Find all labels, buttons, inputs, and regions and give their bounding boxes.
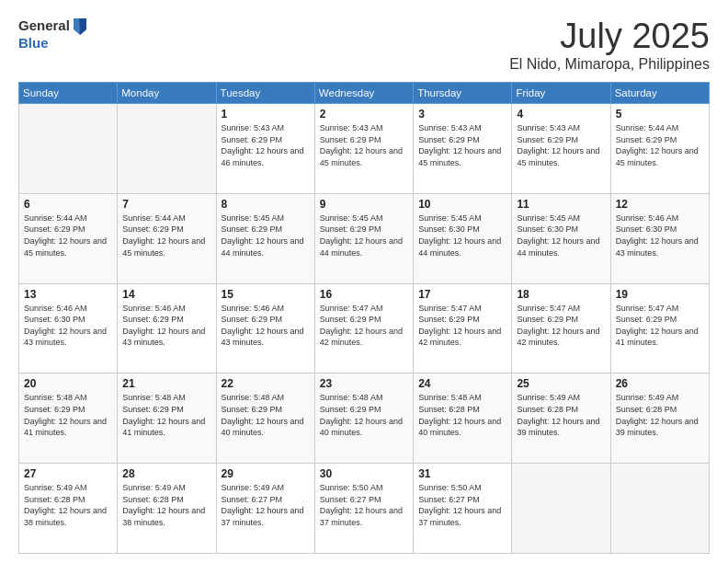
calendar-day-cell: 6Sunrise: 5:44 AM Sunset: 6:29 PM Daylig…	[19, 193, 118, 283]
calendar-day-cell: 12Sunrise: 5:46 AM Sunset: 6:30 PM Dayli…	[610, 193, 709, 283]
calendar-day-cell: 27Sunrise: 5:49 AM Sunset: 6:28 PM Dayli…	[19, 464, 118, 554]
day-number: 22	[222, 377, 310, 390]
day-number: 26	[616, 377, 704, 390]
calendar-week-row: 13Sunrise: 5:46 AM Sunset: 6:30 PM Dayli…	[19, 283, 710, 373]
day-number: 29	[222, 467, 310, 480]
day-number: 18	[517, 288, 605, 301]
calendar-week-row: 6Sunrise: 5:44 AM Sunset: 6:29 PM Daylig…	[19, 193, 710, 283]
calendar-day-cell: 15Sunrise: 5:46 AM Sunset: 6:29 PM Dayli…	[216, 283, 314, 373]
day-info: Sunrise: 5:45 AM Sunset: 6:30 PM Dayligh…	[517, 213, 605, 259]
day-number: 1	[222, 108, 310, 121]
calendar-day-cell: 26Sunrise: 5:49 AM Sunset: 6:28 PM Dayli…	[610, 373, 709, 464]
calendar-day-cell: 17Sunrise: 5:47 AM Sunset: 6:29 PM Dayli…	[414, 283, 512, 373]
calendar-day-cell: 2Sunrise: 5:43 AM Sunset: 6:29 PM Daylig…	[314, 104, 413, 194]
calendar-week-row: 27Sunrise: 5:49 AM Sunset: 6:28 PM Dayli…	[19, 464, 710, 554]
calendar-day-header: Thursday	[414, 83, 512, 104]
calendar-day-header: Sunday	[19, 83, 118, 104]
title-section: July 2025 El Nido, Mimaropa, Philippines	[509, 17, 710, 73]
day-number: 27	[24, 467, 112, 480]
calendar-day-cell: 10Sunrise: 5:45 AM Sunset: 6:30 PM Dayli…	[414, 193, 512, 283]
day-info: Sunrise: 5:44 AM Sunset: 6:29 PM Dayligh…	[24, 213, 112, 259]
day-number: 28	[122, 467, 210, 480]
day-info: Sunrise: 5:44 AM Sunset: 6:29 PM Dayligh…	[616, 122, 704, 168]
day-number: 7	[122, 198, 210, 211]
logo-blue: Blue	[18, 35, 49, 51]
calendar-day-cell: 1Sunrise: 5:43 AM Sunset: 6:29 PM Daylig…	[216, 104, 314, 194]
logo-icon	[72, 17, 88, 35]
day-info: Sunrise: 5:45 AM Sunset: 6:30 PM Dayligh…	[418, 213, 506, 259]
calendar-day-cell: 22Sunrise: 5:48 AM Sunset: 6:29 PM Dayli…	[216, 373, 314, 464]
day-number: 12	[616, 198, 704, 211]
day-info: Sunrise: 5:49 AM Sunset: 6:28 PM Dayligh…	[24, 482, 112, 528]
day-number: 20	[24, 377, 112, 390]
calendar-week-row: 1Sunrise: 5:43 AM Sunset: 6:29 PM Daylig…	[19, 104, 710, 194]
day-info: Sunrise: 5:50 AM Sunset: 6:27 PM Dayligh…	[320, 482, 408, 528]
day-number: 23	[320, 377, 408, 390]
day-info: Sunrise: 5:46 AM Sunset: 6:30 PM Dayligh…	[24, 303, 112, 349]
day-info: Sunrise: 5:48 AM Sunset: 6:28 PM Dayligh…	[418, 392, 506, 438]
calendar-day-header: Wednesday	[314, 83, 413, 104]
calendar-day-cell: 11Sunrise: 5:45 AM Sunset: 6:30 PM Dayli…	[512, 193, 610, 283]
day-number: 30	[320, 467, 408, 480]
day-info: Sunrise: 5:47 AM Sunset: 6:29 PM Dayligh…	[418, 303, 506, 349]
subtitle: El Nido, Mimaropa, Philippines	[509, 56, 710, 73]
day-number: 10	[418, 198, 506, 211]
calendar-day-cell: 29Sunrise: 5:49 AM Sunset: 6:27 PM Dayli…	[216, 464, 314, 554]
day-number: 15	[222, 288, 310, 301]
calendar-day-cell: 25Sunrise: 5:49 AM Sunset: 6:28 PM Dayli…	[512, 373, 610, 464]
day-info: Sunrise: 5:44 AM Sunset: 6:29 PM Dayligh…	[122, 213, 210, 259]
header: General Blue July 2025 El Nido, Mimaropa…	[18, 17, 710, 73]
day-info: Sunrise: 5:50 AM Sunset: 6:27 PM Dayligh…	[418, 482, 506, 528]
day-info: Sunrise: 5:43 AM Sunset: 6:29 PM Dayligh…	[418, 122, 506, 168]
calendar-day-header: Monday	[118, 83, 216, 104]
day-info: Sunrise: 5:47 AM Sunset: 6:29 PM Dayligh…	[616, 303, 704, 349]
day-info: Sunrise: 5:48 AM Sunset: 6:29 PM Dayligh…	[320, 392, 408, 438]
day-number: 13	[24, 288, 112, 301]
calendar-day-header: Friday	[512, 83, 610, 104]
calendar-table: SundayMondayTuesdayWednesdayThursdayFrid…	[18, 82, 710, 554]
day-info: Sunrise: 5:46 AM Sunset: 6:29 PM Dayligh…	[122, 303, 210, 349]
calendar-day-cell: 20Sunrise: 5:48 AM Sunset: 6:29 PM Dayli…	[19, 373, 118, 464]
calendar-day-cell	[118, 104, 216, 194]
day-info: Sunrise: 5:49 AM Sunset: 6:28 PM Dayligh…	[122, 482, 210, 528]
calendar-day-cell: 4Sunrise: 5:43 AM Sunset: 6:29 PM Daylig…	[512, 104, 610, 194]
calendar-day-cell: 18Sunrise: 5:47 AM Sunset: 6:29 PM Dayli…	[512, 283, 610, 373]
day-number: 3	[418, 108, 506, 121]
day-number: 25	[517, 377, 605, 390]
calendar-day-cell: 13Sunrise: 5:46 AM Sunset: 6:30 PM Dayli…	[19, 283, 118, 373]
calendar-day-cell: 5Sunrise: 5:44 AM Sunset: 6:29 PM Daylig…	[610, 104, 709, 194]
calendar-header-row: SundayMondayTuesdayWednesdayThursdayFrid…	[19, 83, 710, 104]
day-info: Sunrise: 5:48 AM Sunset: 6:29 PM Dayligh…	[222, 392, 310, 438]
day-info: Sunrise: 5:47 AM Sunset: 6:29 PM Dayligh…	[517, 303, 605, 349]
day-number: 21	[122, 377, 210, 390]
calendar-day-cell: 7Sunrise: 5:44 AM Sunset: 6:29 PM Daylig…	[118, 193, 216, 283]
day-info: Sunrise: 5:49 AM Sunset: 6:28 PM Dayligh…	[517, 392, 605, 438]
day-info: Sunrise: 5:46 AM Sunset: 6:29 PM Dayligh…	[222, 303, 310, 349]
logo: General Blue	[18, 17, 88, 52]
calendar-day-cell: 19Sunrise: 5:47 AM Sunset: 6:29 PM Dayli…	[610, 283, 709, 373]
calendar-day-cell: 30Sunrise: 5:50 AM Sunset: 6:27 PM Dayli…	[314, 464, 413, 554]
calendar-day-header: Tuesday	[216, 83, 314, 104]
day-info: Sunrise: 5:49 AM Sunset: 6:27 PM Dayligh…	[222, 482, 310, 528]
day-info: Sunrise: 5:49 AM Sunset: 6:28 PM Dayligh…	[616, 392, 704, 438]
calendar-day-cell: 14Sunrise: 5:46 AM Sunset: 6:29 PM Dayli…	[118, 283, 216, 373]
day-number: 2	[320, 108, 408, 121]
calendar-day-cell: 3Sunrise: 5:43 AM Sunset: 6:29 PM Daylig…	[414, 104, 512, 194]
day-number: 16	[320, 288, 408, 301]
day-number: 4	[517, 108, 605, 121]
day-number: 5	[616, 108, 704, 121]
day-number: 8	[222, 198, 310, 211]
day-info: Sunrise: 5:48 AM Sunset: 6:29 PM Dayligh…	[122, 392, 210, 438]
day-number: 11	[517, 198, 605, 211]
calendar-day-cell: 16Sunrise: 5:47 AM Sunset: 6:29 PM Dayli…	[314, 283, 413, 373]
day-info: Sunrise: 5:43 AM Sunset: 6:29 PM Dayligh…	[222, 122, 310, 168]
day-number: 31	[418, 467, 506, 480]
page: General Blue July 2025 El Nido, Mimaropa…	[0, 0, 728, 563]
calendar-day-cell: 21Sunrise: 5:48 AM Sunset: 6:29 PM Dayli…	[118, 373, 216, 464]
calendar-day-cell: 9Sunrise: 5:45 AM Sunset: 6:29 PM Daylig…	[314, 193, 413, 283]
day-number: 17	[418, 288, 506, 301]
calendar-day-cell	[512, 464, 610, 554]
day-info: Sunrise: 5:45 AM Sunset: 6:29 PM Dayligh…	[222, 213, 310, 259]
calendar-day-cell	[610, 464, 709, 554]
calendar-day-header: Saturday	[610, 83, 709, 104]
